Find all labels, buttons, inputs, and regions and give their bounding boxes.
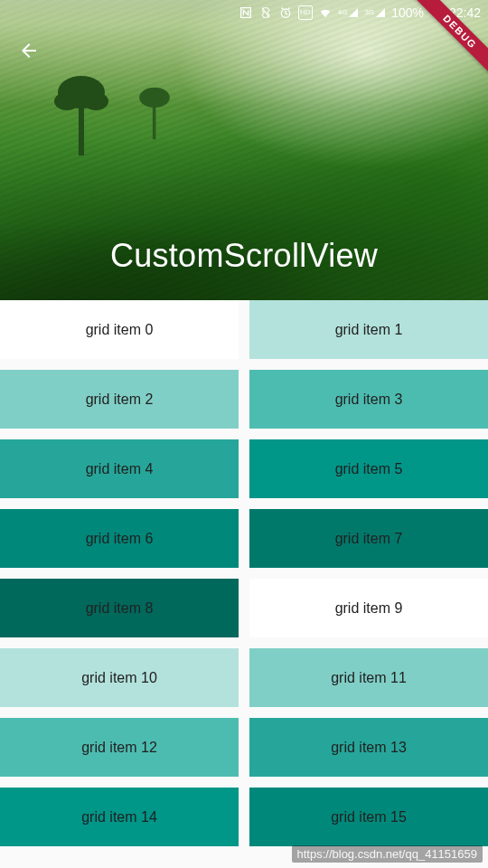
grid-item[interactable]: grid item 1 bbox=[249, 300, 488, 359]
grid-item[interactable]: grid item 11 bbox=[249, 648, 488, 707]
grid-item-label: grid item 8 bbox=[86, 600, 154, 617]
grid-item[interactable]: grid item 10 bbox=[0, 648, 239, 707]
grid-item[interactable]: grid item 7 bbox=[249, 509, 488, 568]
grid-item[interactable]: grid item 14 bbox=[0, 788, 239, 846]
signal-3g-icon: 3G bbox=[364, 5, 386, 20]
grid-item[interactable]: grid item 4 bbox=[0, 439, 239, 498]
appbar-title: CustomScrollView bbox=[0, 237, 488, 275]
header-tree-decoration bbox=[136, 82, 174, 142]
grid-item-label: grid item 3 bbox=[335, 392, 403, 408]
grid-item[interactable]: grid item 12 bbox=[0, 718, 239, 777]
grid-item-label: grid item 12 bbox=[81, 740, 157, 756]
grid-item-label: grid item 13 bbox=[331, 740, 407, 756]
grid-item[interactable]: grid item 8 bbox=[0, 579, 239, 637]
grid-item[interactable]: grid item 2 bbox=[0, 370, 239, 429]
grid-item-label: grid item 2 bbox=[86, 392, 154, 408]
grid-item-label: grid item 9 bbox=[335, 600, 403, 617]
signal-4g-icon: 4G bbox=[338, 5, 360, 20]
sliver-grid[interactable]: grid item 0grid item 1grid item 2grid it… bbox=[0, 300, 488, 846]
grid-item-label: grid item 14 bbox=[81, 809, 157, 826]
grid-item-label: grid item 15 bbox=[331, 809, 407, 826]
battery-percentage: 100% bbox=[391, 5, 424, 20]
alarm-icon bbox=[278, 5, 293, 20]
vibrate-off-icon bbox=[258, 5, 273, 20]
grid-item[interactable]: grid item 15 bbox=[249, 788, 488, 846]
svg-rect-5 bbox=[153, 103, 156, 140]
grid-item[interactable]: grid item 9 bbox=[249, 579, 488, 637]
grid-item-label: grid item 11 bbox=[331, 670, 407, 686]
svg-point-2 bbox=[83, 92, 108, 110]
grid-item[interactable]: grid item 5 bbox=[249, 439, 488, 498]
appbar-flexible-space: CustomScrollView bbox=[0, 0, 488, 300]
grid-item[interactable]: grid item 6 bbox=[0, 509, 239, 568]
grid-item-label: grid item 6 bbox=[86, 531, 154, 547]
status-bar: HD 4G 3G 100% 22:42 bbox=[0, 0, 488, 25]
back-button[interactable] bbox=[14, 38, 43, 67]
grid-item-label: grid item 0 bbox=[86, 322, 154, 338]
svg-rect-3 bbox=[79, 101, 84, 156]
watermark-overlay: https://blog.csdn.net/qq_41151659 bbox=[292, 845, 483, 863]
grid-item-label: grid item 5 bbox=[335, 461, 403, 477]
hd-icon: HD bbox=[298, 5, 313, 20]
header-tree-decoration bbox=[54, 74, 108, 156]
wifi-icon bbox=[318, 5, 333, 20]
nfc-icon bbox=[239, 5, 253, 20]
grid-item-label: grid item 7 bbox=[335, 531, 403, 547]
grid-item[interactable]: grid item 13 bbox=[249, 718, 488, 777]
grid-item-label: grid item 1 bbox=[335, 322, 403, 338]
arrow-back-icon bbox=[18, 40, 40, 65]
svg-point-1 bbox=[54, 92, 80, 110]
grid-item[interactable]: grid item 3 bbox=[249, 370, 488, 429]
grid-item[interactable]: grid item 0 bbox=[0, 300, 239, 359]
grid-item-label: grid item 4 bbox=[86, 461, 154, 477]
grid-item-label: grid item 10 bbox=[81, 670, 157, 686]
